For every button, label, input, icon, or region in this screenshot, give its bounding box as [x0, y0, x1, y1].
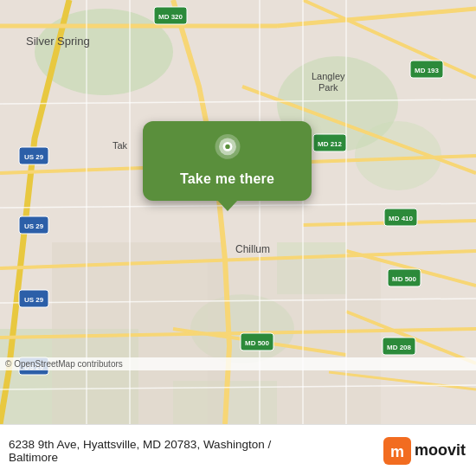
address-container: 6238 9th Ave, Hyattsville, MD 20783, Was… [9, 438, 271, 464]
svg-text:MD 208: MD 208 [387, 344, 412, 351]
svg-text:Silver Spring: Silver Spring [26, 35, 90, 48]
svg-text:MD 500: MD 500 [392, 275, 417, 283]
svg-text:MD 320: MD 320 [158, 13, 183, 21]
map-container: Silver Spring Langley Park Chillum Tak U… [0, 0, 476, 424]
svg-text:US 29: US 29 [24, 222, 44, 230]
svg-text:m: m [390, 443, 404, 460]
address-line2: Baltimore [9, 451, 271, 464]
svg-text:MD 212: MD 212 [318, 140, 343, 148]
svg-text:Chillum: Chillum [235, 243, 270, 255]
moovit-text: moovit [415, 441, 466, 460]
location-pin-icon [211, 133, 244, 166]
copyright-bar: © OpenStreetMap contributors [0, 357, 476, 370]
popup-label: Take me there [180, 171, 274, 187]
moovit-logo[interactable]: m moovit [383, 437, 466, 465]
moovit-icon: m [383, 437, 411, 465]
map-popup[interactable]: Take me there [143, 121, 312, 201]
address-line1: 6238 9th Ave, Hyattsville, MD 20783, Was… [9, 438, 271, 451]
svg-point-61 [225, 145, 229, 149]
svg-text:MD 500: MD 500 [245, 339, 270, 347]
copyright-text: © OpenStreetMap contributors [5, 359, 123, 369]
svg-text:US 29: US 29 [24, 153, 44, 161]
svg-text:MD 193: MD 193 [415, 67, 440, 74]
svg-text:Park: Park [318, 82, 338, 93]
svg-text:Langley: Langley [312, 71, 345, 81]
svg-text:US 29: US 29 [24, 296, 44, 304]
svg-rect-9 [208, 260, 381, 424]
bottom-bar: 6238 9th Ave, Hyattsville, MD 20783, Was… [0, 424, 476, 476]
svg-text:Tak: Tak [113, 140, 128, 151]
svg-text:MD 410: MD 410 [389, 215, 414, 222]
